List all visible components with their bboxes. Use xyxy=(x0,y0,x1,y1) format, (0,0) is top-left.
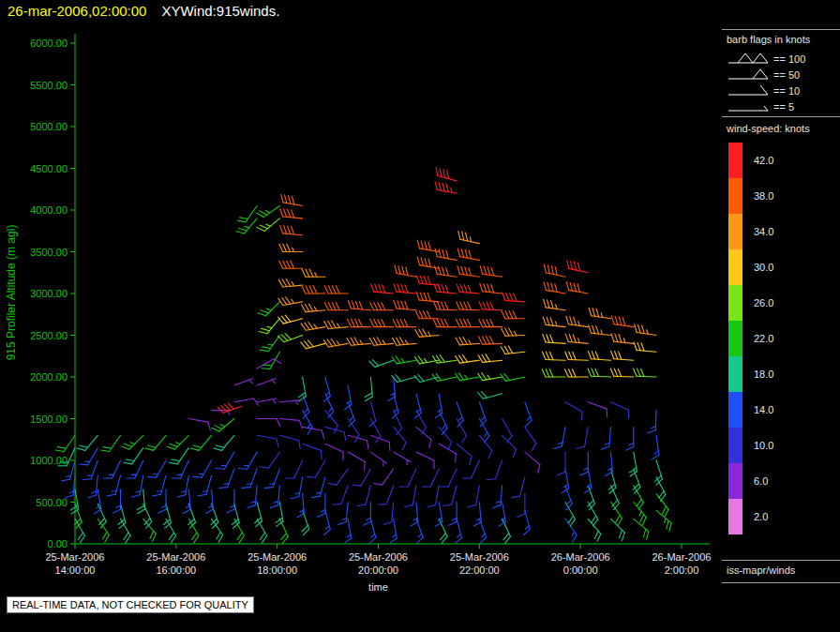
legend-panel: barb flags in knots == 100== 50== 10== 5… xyxy=(722,0,840,632)
barb-legend-label: == 50 xyxy=(773,69,800,81)
color-scale-block xyxy=(728,463,742,499)
svg-text:20:00:00: 20:00:00 xyxy=(358,564,398,576)
color-scale-row: 2.0 xyxy=(728,499,773,534)
svg-text:5500.00: 5500.00 xyxy=(30,80,68,91)
separator-line xyxy=(722,29,840,30)
svg-text:25-Mar-2006: 25-Mar-2006 xyxy=(146,551,205,563)
svg-text:6000.00: 6000.00 xyxy=(30,38,68,49)
color-scale-row: 34.0 xyxy=(728,214,773,249)
color-scale-block xyxy=(728,356,742,392)
svg-text:5000.00: 5000.00 xyxy=(30,121,68,132)
barb-legend-row: == 10 xyxy=(727,83,805,98)
svg-text:1000.00: 1000.00 xyxy=(30,455,68,466)
color-scale-block xyxy=(728,143,742,178)
color-scale-block xyxy=(728,285,742,321)
color-scale-row: 30.0 xyxy=(728,249,773,285)
color-scale-row: 22.0 xyxy=(728,321,773,356)
barb-legend-label: == 5 xyxy=(773,101,794,113)
color-scale-label: 42.0 xyxy=(754,155,773,166)
svg-text:26-Mar-2006: 26-Mar-2006 xyxy=(652,551,712,563)
barb-legend-row: == 50 xyxy=(727,67,805,83)
pennant-50-icon xyxy=(727,68,770,82)
barb-legend-title: barb flags in knots xyxy=(727,34,810,45)
app-window: 26-mar-2006,02:00:00XYWind:915winds. 0.0… xyxy=(0,0,840,632)
svg-text:time: time xyxy=(368,581,388,593)
svg-text:16:00:00: 16:00:00 xyxy=(156,564,196,576)
color-scale-block xyxy=(728,249,742,285)
color-scale-label: 18.0 xyxy=(754,369,773,380)
svg-text:915 Profiler Altitude (m agl): 915 Profiler Altitude (m agl) xyxy=(5,225,18,361)
quality-banner: REAL-TIME DATA, NOT CHECKED FOR QUALITY xyxy=(7,596,254,613)
wind-profile-chart: 0.00500.001000.001500.002000.002500.0030… xyxy=(0,0,722,608)
svg-text:25-Mar-2006: 25-Mar-2006 xyxy=(349,551,408,563)
svg-text:2:00:00: 2:00:00 xyxy=(665,564,699,576)
barb-legend-label: == 100 xyxy=(773,53,805,65)
color-scale-row: 18.0 xyxy=(728,356,773,392)
color-scale-block xyxy=(728,321,742,356)
svg-text:26-Mar-2006: 26-Mar-2006 xyxy=(551,551,610,563)
color-scale-block xyxy=(728,178,742,214)
color-scale-label: 30.0 xyxy=(754,262,773,273)
color-scale-label: 10.0 xyxy=(754,440,773,451)
data-source-label: iss-mapr/winds xyxy=(727,564,795,576)
svg-text:4000.00: 4000.00 xyxy=(30,204,68,216)
color-scale-label: 26.0 xyxy=(754,297,773,308)
half-barb-5-icon xyxy=(727,100,770,113)
svg-text:3500.00: 3500.00 xyxy=(30,247,68,258)
color-scale-row: 26.0 xyxy=(728,285,773,321)
color-scale-label: 34.0 xyxy=(754,226,773,237)
color-scale-label: 2.0 xyxy=(754,511,768,522)
color-scale-label: 6.0 xyxy=(754,475,768,487)
barb-10-icon xyxy=(727,84,770,98)
svg-text:25-Mar-2006: 25-Mar-2006 xyxy=(46,551,105,563)
color-scale: 42.038.034.030.026.022.018.014.010.06.02… xyxy=(728,143,773,534)
color-scale-label: 38.0 xyxy=(754,190,773,202)
svg-text:2000.00: 2000.00 xyxy=(30,371,68,383)
barb-legend-rows: == 100== 50== 10== 5 xyxy=(727,51,805,114)
svg-text:14:00:00: 14:00:00 xyxy=(55,564,96,576)
color-scale-title: wind-speed: knots xyxy=(727,123,810,134)
color-scale-row: 42.0 xyxy=(728,143,773,178)
color-scale-row: 38.0 xyxy=(728,178,773,214)
svg-text:500.00: 500.00 xyxy=(36,497,68,508)
color-scale-block xyxy=(728,428,742,463)
svg-text:1500.00: 1500.00 xyxy=(30,414,68,425)
barb-legend-row: == 100 xyxy=(727,51,805,67)
svg-text:2500.00: 2500.00 xyxy=(30,330,68,341)
color-scale-label: 14.0 xyxy=(754,404,773,415)
svg-text:18:00:00: 18:00:00 xyxy=(257,564,297,576)
separator-line xyxy=(722,560,840,561)
color-scale-row: 14.0 xyxy=(728,392,773,428)
barb-legend-label: == 10 xyxy=(773,85,800,97)
color-scale-label: 22.0 xyxy=(754,333,773,344)
svg-text:3000.00: 3000.00 xyxy=(30,288,68,299)
color-scale-row: 10.0 xyxy=(728,428,773,463)
pennant-100-icon xyxy=(727,53,770,66)
svg-text:22:00:00: 22:00:00 xyxy=(459,564,500,576)
color-scale-block xyxy=(728,499,742,534)
separator-line xyxy=(722,582,840,583)
svg-text:0.00: 0.00 xyxy=(48,538,68,549)
color-scale-row: 6.0 xyxy=(728,463,773,499)
svg-text:25-Mar-2006: 25-Mar-2006 xyxy=(248,551,307,563)
svg-text:4500.00: 4500.00 xyxy=(30,163,68,174)
color-scale-block xyxy=(728,214,742,249)
color-scale-block xyxy=(728,392,742,428)
separator-line xyxy=(722,116,840,117)
svg-text:25-Mar-2006: 25-Mar-2006 xyxy=(450,551,509,563)
svg-text:0:00:00: 0:00:00 xyxy=(563,564,598,576)
barb-legend-row: == 5 xyxy=(727,98,805,114)
